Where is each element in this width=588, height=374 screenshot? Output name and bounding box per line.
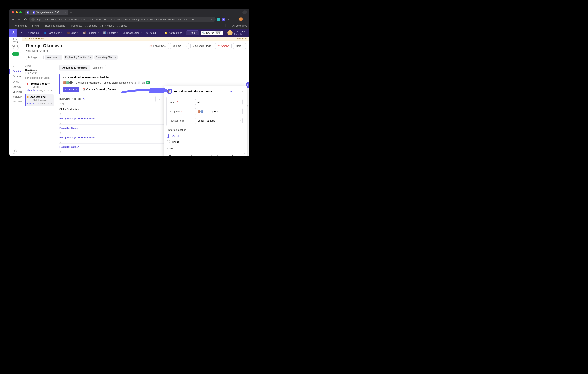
tag[interactable]: Competing Offers× [94,55,118,60]
chevron-down-icon[interactable]: ⌄ [242,11,247,14]
all-bookmarks[interactable]: All Bookmarks [229,24,247,27]
sidebar-item-settings[interactable]: Settings [10,85,22,89]
folder-icon [85,25,88,27]
extension-icon[interactable] [217,18,220,21]
candidate-name: George Okuneva [26,43,62,48]
bookmark-item[interactable]: Specs [117,24,127,27]
feed-tab-peek[interactable]: Fee [155,96,163,102]
chevron-down-icon: ▾ [196,32,197,34]
browser-tab-active[interactable]: A George Okuneva: Staff Desig… × [30,10,68,15]
nav-dashboards[interactable]: 🖥Dashboards▾ [120,29,144,37]
continue-scheduling-button[interactable]: 📅 Continue Scheduling Request [81,86,118,92]
tag[interactable]: Keep warm× [45,55,62,60]
email-dropdown[interactable]: ▾ [185,43,189,49]
nav-admin[interactable]: ⚙Admin [144,29,159,37]
menu-icon[interactable]: ⋮ [244,18,248,21]
nav-reports[interactable]: 📊Reports▾ [101,29,120,37]
add-button[interactable]: +Add▾ [186,30,199,35]
priority-select[interactable]: p0▾ [195,99,243,105]
change-stage-button[interactable]: »Change Stage [190,43,213,49]
more-button[interactable]: More▾ [233,43,246,49]
bookmark-item[interactable]: PMM [30,24,39,27]
new-tab-button[interactable]: + [69,10,74,15]
nav-pipeline[interactable]: ▾Pipeline [25,29,41,37]
tag[interactable]: Engineering Event 9/12× [64,55,93,60]
tab-summary[interactable]: Summary [90,65,106,71]
section-title: Interview Progress✎ [60,97,85,100]
window-close[interactable] [12,11,14,13]
user-profile[interactable]: Jane Ortega Nocobird [227,30,247,35]
close-icon[interactable]: × [64,11,66,14]
bookmark-item[interactable]: Strategy [85,24,97,27]
pop-in-icon[interactable]: ↤ [230,89,233,93]
candidate-status: Candidate [25,69,54,71]
nav-forward-icon[interactable]: → [17,17,21,22]
tab-activities[interactable]: Activities & Progress [60,65,90,71]
close-icon[interactable]: × [90,56,91,59]
sidebar-item-jobposting[interactable]: Job Posti [10,99,22,104]
bookmark-item[interactable]: Onboarding [12,24,27,27]
nav-sourcing[interactable]: 🧭Sourcing▾ [81,29,101,37]
view-job-link[interactable]: View Job → [27,102,39,105]
close-icon[interactable]: × [241,89,244,93]
notes-input[interactable]: This candidate is in the later stages wi… [167,153,245,156]
archive-button[interactable]: 🗃Archive [215,43,232,49]
close-icon[interactable]: × [59,56,61,59]
minimize-icon[interactable]: — [235,89,240,93]
advance-icon: » [193,44,194,47]
job-card-active[interactable]: Staff Designer →| Skills Evaluation View… [25,94,54,107]
nav-back-icon[interactable]: ← [11,17,16,22]
status-dot [27,96,29,98]
browser-tab[interactable]: A [25,10,30,15]
sidebar-item-dashboard[interactable]: Dashboa [10,74,22,79]
notifications-button[interactable]: 🔔Notifications [162,29,184,37]
edit-icon[interactable]: ✎ [83,97,85,100]
download-icon[interactable]: ⭳ [234,18,238,21]
job-card[interactable]: Product Manager →| Onsite View Job → Aug… [25,81,54,93]
job-stage: →| Skills Evaluation [30,99,52,101]
extension-ashby-icon[interactable]: A [222,18,225,21]
window-maximize[interactable] [19,11,21,13]
radio-virtual[interactable]: Virtual [164,133,247,139]
reload-icon[interactable]: ⟳ [23,17,28,22]
site-info-icon[interactable]: ⇆ [32,18,35,21]
nav-jobs[interactable]: 💼Jobs▾ [64,29,80,37]
search-button[interactable]: 🔍Search⌘+K [201,31,223,35]
request-form-select[interactable]: Default requests▾ [195,118,243,124]
extensions-menu-icon[interactable]: ⊞ [227,18,230,21]
close-icon[interactable]: × [115,56,116,59]
window-minimize[interactable] [16,11,18,13]
follow-up-button[interactable]: ⏰Follow Up... [147,43,169,49]
sidebar-item-openings[interactable]: Openings [10,89,22,94]
user-org: Nocobird [234,33,247,35]
job-date: Mar 21, 2024 [39,103,52,105]
sidebar-item-candidate[interactable]: Candidat [10,69,22,74]
schedule-button[interactable]: Schedule▾ [63,87,79,92]
add-tags-button[interactable]: Add tags...▾ [26,55,43,60]
app-navbar: A ⌂ ▾Pipeline 👥Candidates▾ 💼Jobs▾ 🧭Sourc… [10,29,249,37]
radio-onsite[interactable]: Onsite [164,139,247,145]
folder-icon [30,25,32,27]
url: app.ashbyhq.com/jobs/e02d75e5-884b-43c1-… [36,18,197,21]
address-bar[interactable]: ⇆ app.ashbyhq.com/jobs/e02d75e5-884b-43c… [29,17,216,22]
help-button[interactable]: ? [12,149,17,154]
profile-avatar[interactable] [239,17,243,21]
bookmark-item[interactable]: TA leaders [100,24,114,27]
email-button[interactable]: ✉Email [170,43,185,49]
app-logo[interactable]: A [10,29,17,37]
nav-candidates[interactable]: 👥Candidates▾ [41,29,64,37]
sidebar-item-interview[interactable]: Interview [10,94,22,99]
home-icon[interactable]: ⌂ [17,32,25,34]
location-label: Preferred location [164,128,247,131]
app-content: A ⌂ ▾Pipeline 👥Candidates▾ 💼Jobs▾ 🧭Sourc… [10,29,249,156]
bookmark-item[interactable]: Resources [68,24,82,27]
bookmark-item[interactable]: Recurring meetings [42,24,65,27]
view-job-link[interactable]: View Job → [27,89,39,92]
job-stage: →| Onsite [30,86,52,88]
folder-icon [117,25,120,27]
search-icon: 🔍 [202,32,205,34]
priority-label: Priority * [169,101,195,103]
gear-icon: ⚙ [146,32,148,34]
star-icon[interactable]: ☆ [211,18,213,21]
assignees-select[interactable]: 2 Assignees ▾ [195,108,243,115]
